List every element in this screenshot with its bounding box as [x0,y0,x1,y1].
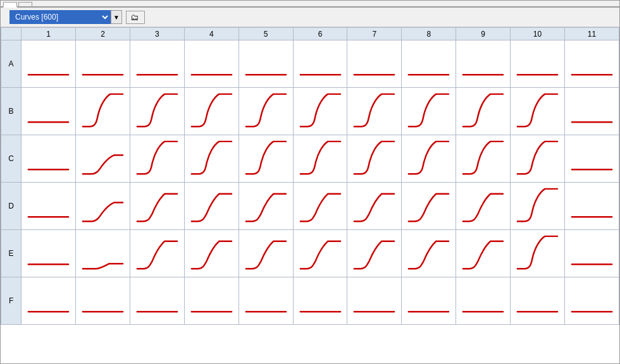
tab-bar [1,1,619,8]
cell-A-3[interactable] [130,40,184,88]
cell-B-10[interactable] [511,88,565,135]
cell-A-9[interactable] [456,40,511,88]
cell-B-4[interactable] [184,88,239,135]
cell-F-5[interactable] [239,277,293,325]
cell-D-10[interactable] [511,183,565,230]
row-header-B: B [1,88,22,135]
edit-matrix-icon: 🗂 [130,13,139,22]
edit-matrix-button[interactable]: 🗂 [126,11,145,24]
cell-D-1[interactable] [22,183,76,230]
tab-matrix[interactable] [3,2,17,8]
cell-E-7[interactable] [347,230,402,277]
row-header-E: E [1,230,22,277]
cell-A-8[interactable] [402,40,456,88]
cell-B-1[interactable] [22,88,76,135]
cell-F-3[interactable] [130,277,184,325]
cell-D-7[interactable] [347,183,402,230]
cell-B-5[interactable] [239,88,293,135]
dropdown-arrow-btn[interactable]: ▼ [111,10,122,24]
cell-A-1[interactable] [22,40,76,88]
cell-C-3[interactable] [130,135,184,183]
cell-F-4[interactable] [184,277,239,325]
cell-D-6[interactable] [293,183,347,230]
cell-F-8[interactable] [402,277,456,325]
cell-E-5[interactable] [239,230,293,277]
col-header-2: 2 [76,28,130,40]
toolbar: Curves [600] ▼ 🗂 [1,8,619,27]
cell-B-6[interactable] [293,88,347,135]
cell-E-9[interactable] [456,230,511,277]
cell-C-11[interactable] [564,135,619,183]
cell-C-5[interactable] [239,135,293,183]
cell-B-9[interactable] [456,88,511,135]
col-header-6: 6 [293,28,347,40]
cell-B-3[interactable] [130,88,184,135]
cell-F-6[interactable] [293,277,347,325]
col-header-7: 7 [347,28,402,40]
cell-F-9[interactable] [456,277,511,325]
cell-B-7[interactable] [347,88,402,135]
cell-F-10[interactable] [511,277,565,325]
cell-A-10[interactable] [511,40,565,88]
cell-C-6[interactable] [293,135,347,183]
col-header-1: 1 [22,28,76,40]
cell-E-11[interactable] [564,230,619,277]
cell-A-7[interactable] [347,40,402,88]
data-dropdown-container: Curves [600] ▼ [9,10,122,24]
matrix-container: 1 2 3 4 5 6 7 8 9 10 11 ABCDEF [1,27,619,363]
col-header-11: 11 [564,28,619,40]
cell-E-8[interactable] [402,230,456,277]
col-header-10: 10 [511,28,565,40]
matrix-table: 1 2 3 4 5 6 7 8 9 10 11 ABCDEF [1,27,619,325]
cell-C-4[interactable] [184,135,239,183]
cell-D-3[interactable] [130,183,184,230]
cell-D-8[interactable] [402,183,456,230]
col-header-4: 4 [184,28,239,40]
cell-B-8[interactable] [402,88,456,135]
cell-B-11[interactable] [564,88,619,135]
cell-C-2[interactable] [76,135,130,183]
cell-E-3[interactable] [130,230,184,277]
col-header-8: 8 [402,28,456,40]
row-header-D: D [1,183,22,230]
row-header-F: F [1,277,22,325]
cell-D-2[interactable] [76,183,130,230]
data-dropdown[interactable]: Curves [600] [9,10,111,24]
cell-A-5[interactable] [239,40,293,88]
cell-A-6[interactable] [293,40,347,88]
corner-cell [1,28,22,40]
cell-C-10[interactable] [511,135,565,183]
cell-D-9[interactable] [456,183,511,230]
col-header-3: 3 [130,28,184,40]
cell-C-7[interactable] [347,135,402,183]
cell-D-5[interactable] [239,183,293,230]
cell-A-11[interactable] [564,40,619,88]
col-header-9: 9 [456,28,511,40]
cell-C-8[interactable] [402,135,456,183]
cell-D-4[interactable] [184,183,239,230]
col-header-5: 5 [239,28,293,40]
cell-A-4[interactable] [184,40,239,88]
cell-C-9[interactable] [456,135,511,183]
cell-D-11[interactable] [564,183,619,230]
cell-E-10[interactable] [511,230,565,277]
cell-C-1[interactable] [22,135,76,183]
cell-B-2[interactable] [76,88,130,135]
cell-F-7[interactable] [347,277,402,325]
row-header-C: C [1,135,22,183]
row-header-A: A [1,40,22,88]
cell-E-6[interactable] [293,230,347,277]
cell-F-11[interactable] [564,277,619,325]
tab-statistics[interactable] [18,2,32,6]
cell-F-1[interactable] [22,277,76,325]
cell-A-2[interactable] [76,40,130,88]
cell-F-2[interactable] [76,277,130,325]
cell-E-1[interactable] [22,230,76,277]
main-window: Curves [600] ▼ 🗂 1 2 3 4 5 6 7 8 [0,0,620,364]
cell-E-2[interactable] [76,230,130,277]
cell-E-4[interactable] [184,230,239,277]
